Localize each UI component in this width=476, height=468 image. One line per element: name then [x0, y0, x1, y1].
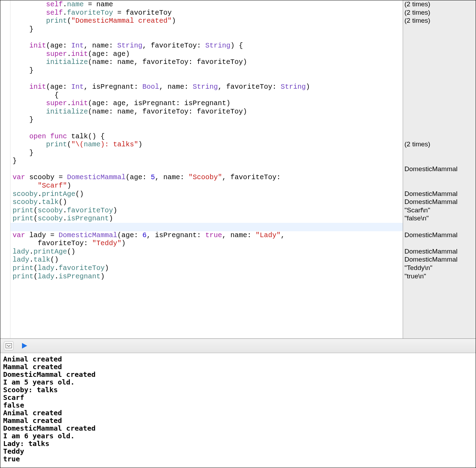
code-line[interactable] [10, 33, 403, 42]
console-line: Scooby: talks [3, 386, 473, 394]
code-line[interactable] [10, 223, 403, 231]
code-line[interactable]: self.name = name [10, 0, 403, 9]
result-line [404, 157, 474, 165]
code-line[interactable]: print(lady.isPregnant) [10, 272, 403, 281]
result-line [404, 83, 474, 91]
result-line [404, 223, 474, 231]
code-line[interactable]: } [10, 25, 403, 34]
console-line: Mammal created [3, 417, 473, 424]
console-line: I am 5 years old. [3, 378, 473, 386]
result-line [404, 99, 474, 108]
result-line: "Teddy\n" [404, 264, 474, 272]
result-line [404, 239, 474, 248]
result-line: DomesticMammal [404, 165, 474, 174]
console-line: Animal created [3, 409, 473, 417]
result-line [404, 132, 474, 141]
code-line[interactable]: } [10, 66, 403, 75]
result-line [404, 124, 474, 132]
code-line[interactable]: super.init(age: age, isPregnant: isPregn… [10, 99, 403, 108]
result-line [404, 149, 474, 157]
run-button[interactable] [20, 342, 29, 350]
result-line [404, 108, 474, 116]
result-line: DomesticMammal [404, 256, 474, 264]
code-line[interactable]: lady.printAge() [10, 248, 403, 256]
code-line[interactable]: lady.talk() [10, 256, 403, 264]
code-line[interactable]: init(age: Int, name: String, favoriteToy… [10, 42, 403, 50]
result-line: DomesticMammal [404, 198, 474, 206]
result-line: "false\n" [404, 214, 474, 223]
result-line: (2 times) [404, 0, 474, 9]
results-sidebar: (2 times)(2 times)(2 times) (2 times) Do… [403, 0, 476, 338]
playground-window: self.name = name self.favoriteToy = favo… [0, 0, 476, 468]
result-line [404, 91, 474, 100]
result-line [404, 50, 474, 58]
code-line[interactable]: } [10, 149, 403, 157]
svg-rect-0 [6, 344, 12, 348]
result-line [404, 182, 474, 190]
code-line[interactable]: print("DomesticMammal created") [10, 17, 403, 25]
result-line: DomesticMammal [404, 248, 474, 256]
console-line: Scarf [3, 394, 473, 401]
code-line[interactable]: init(age: Int, isPregnant: Bool, name: S… [10, 83, 403, 91]
result-line: (2 times) [404, 17, 474, 25]
result-line [404, 58, 474, 66]
code-line[interactable]: print("\(name): talks") [10, 140, 403, 149]
result-line: (2 times) [404, 9, 474, 17]
result-line [404, 25, 474, 34]
code-line[interactable]: super.init(age: age) [10, 50, 403, 58]
result-line: "Scarf\n" [404, 206, 474, 215]
result-line: DomesticMammal [404, 190, 474, 198]
code-line[interactable]: } [10, 157, 403, 165]
result-line: DomesticMammal [404, 231, 474, 240]
code-line[interactable]: open func talk() { [10, 132, 403, 141]
code-line[interactable]: "Scarf") [10, 182, 403, 190]
code-line[interactable]: scooby.printAge() [10, 190, 403, 198]
code-line[interactable]: self.favoriteToy = favoriteToy [10, 9, 403, 17]
code-line[interactable]: var lady = DomesticMammal(age: 6, isPreg… [10, 231, 403, 240]
result-line [404, 173, 474, 182]
code-line[interactable]: print(lady.favoriteToy) [10, 264, 403, 272]
code-line[interactable]: var scooby = DomesticMammal(age: 5, name… [10, 173, 403, 182]
console-line: DomesticMammal created [3, 424, 473, 432]
result-line [404, 116, 474, 124]
result-line [404, 33, 474, 42]
code-line[interactable] [10, 165, 403, 174]
code-line[interactable]: initialize(name: name, favoriteToy: favo… [10, 108, 403, 116]
console-line: I am 6 years old. [3, 432, 473, 440]
console-line: Lady: talks [3, 440, 473, 447]
code-line[interactable] [10, 74, 403, 83]
result-line [404, 66, 474, 75]
result-line [404, 42, 474, 50]
result-line: (2 times) [404, 140, 474, 149]
code-line[interactable]: } [10, 116, 403, 124]
code-line[interactable] [10, 124, 403, 132]
svg-marker-1 [22, 343, 27, 349]
code-line[interactable]: initialize(name: name, favoriteToy: favo… [10, 58, 403, 66]
result-line: "true\n" [404, 272, 474, 281]
debug-toolbar [0, 339, 476, 353]
console-line: Mammal created [3, 363, 473, 371]
console-line: Teddy [3, 447, 473, 455]
code-editor[interactable]: self.name = name self.favoriteToy = favo… [10, 0, 403, 338]
console-line: Animal created [3, 355, 473, 363]
code-line[interactable]: scooby.talk() [10, 198, 403, 206]
code-line[interactable]: print(scooby.isPregnant) [10, 214, 403, 223]
code-line[interactable]: print(scooby.favoriteToy) [10, 206, 403, 215]
toggle-console-button[interactable] [4, 341, 14, 350]
result-line [404, 74, 474, 83]
console-line: true [3, 455, 473, 463]
line-gutter [0, 0, 10, 338]
editor-area: self.name = name self.favoriteToy = favo… [0, 0, 476, 339]
code-line[interactable]: { [10, 91, 403, 100]
console-output[interactable]: Animal createdMammal createdDomesticMamm… [0, 353, 476, 468]
console-line: DomesticMammal created [3, 371, 473, 378]
code-line[interactable]: favoriteToy: "Teddy") [10, 239, 403, 248]
console-line: false [3, 401, 473, 409]
